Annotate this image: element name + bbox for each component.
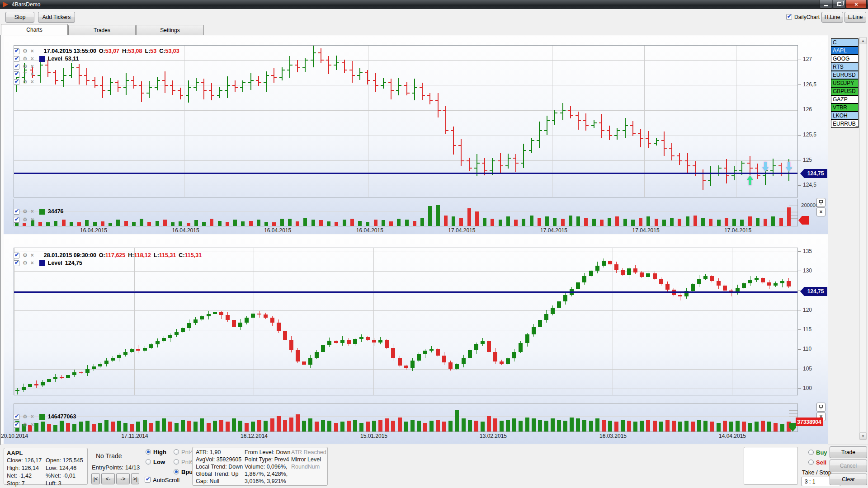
- stop-button[interactable]: Stop: [5, 12, 34, 23]
- series-remove-icon[interactable]: ×: [31, 422, 34, 427]
- series-settings-icon[interactable]: ⚙: [23, 414, 28, 419]
- trade-button[interactable]: Trade: [830, 446, 867, 458]
- minimize-button[interactable]: [820, 0, 832, 9]
- volume-chart-top[interactable]: [14, 199, 798, 226]
- series-checkbox[interactable]: [14, 71, 19, 77]
- ohlc-bar: [646, 138, 648, 139]
- candle-body: [557, 301, 561, 308]
- ticker-item-usdjpy[interactable]: USDJPY: [831, 79, 859, 87]
- ohlc-bar: [607, 130, 609, 131]
- series-settings-icon[interactable]: ⚚: [23, 71, 28, 77]
- series-remove-icon[interactable]: ×: [31, 71, 34, 77]
- scroll-down-button[interactable]: ▼: [859, 432, 867, 440]
- radio-pnt6[interactable]: [174, 459, 179, 465]
- ticker-item-lkoh[interactable]: LKOH: [831, 112, 859, 120]
- hline-button[interactable]: H.Line: [821, 12, 843, 23]
- cancel-button[interactable]: Cancel: [830, 460, 867, 472]
- series-settings-icon[interactable]: ⚙: [23, 209, 28, 214]
- series-remove-icon[interactable]: ×: [31, 260, 34, 266]
- series-remove-icon[interactable]: ×: [31, 209, 34, 214]
- series-remove-icon[interactable]: ×: [31, 217, 34, 222]
- ohlc-bar: [349, 70, 352, 70]
- ticker-item-eurrub_[interactable]: EURRUB_: [831, 120, 859, 128]
- series-checkbox[interactable]: [14, 56, 19, 62]
- autoscroll-checkbox[interactable]: [145, 477, 151, 483]
- ohlc-bar: [435, 100, 438, 101]
- ticker-item-vtbr[interactable]: VTBR: [831, 103, 859, 112]
- series-checkbox[interactable]: [14, 217, 19, 223]
- candle-body: [353, 339, 357, 344]
- nav-next-button[interactable]: ->: [116, 473, 130, 484]
- sell-radio[interactable]: [808, 460, 814, 465]
- series-remove-icon[interactable]: ×: [31, 64, 34, 69]
- ticker-scrollbar[interactable]: [859, 37, 867, 440]
- ticker-item-goog[interactable]: GOOG: [831, 55, 859, 63]
- series-settings-icon[interactable]: ⚙: [23, 56, 28, 61]
- buy-radio[interactable]: [808, 450, 814, 455]
- radio-pnt4[interactable]: [174, 449, 179, 455]
- pin-pane-button[interactable]: [816, 403, 826, 412]
- nav-first-button[interactable]: |<: [91, 473, 100, 484]
- series-settings-icon[interactable]: ⚙: [23, 253, 28, 258]
- x-axis-label: 16.04.2015: [75, 227, 112, 234]
- maximize-button[interactable]: [833, 0, 845, 9]
- tab-settings[interactable]: Settings: [136, 25, 204, 35]
- pin-pane-button[interactable]: [816, 198, 826, 207]
- radio-bpu[interactable]: [174, 469, 179, 474]
- close-button[interactable]: ×: [846, 0, 867, 9]
- ticker-item-gazp[interactable]: GAZP: [831, 95, 859, 103]
- ohlc-bar: [336, 62, 339, 63]
- ticker-item-rts[interactable]: RTS: [831, 63, 859, 71]
- scroll-up-button[interactable]: ▲: [859, 37, 867, 44]
- ticker-item-c[interactable]: C: [831, 38, 859, 47]
- series-legend-row: ⚙ × 17.04.2015 13:55:00 O:53,07 H:53,08 …: [14, 48, 179, 54]
- nav-prev-button[interactable]: <-: [101, 473, 115, 484]
- series-checkbox[interactable]: [14, 260, 19, 266]
- series-settings-icon[interactable]: ⚙: [23, 64, 28, 69]
- series-remove-icon[interactable]: ×: [31, 56, 34, 61]
- volume-bar: [452, 216, 455, 226]
- series-settings-icon[interactable]: ⚙: [23, 217, 28, 222]
- series-checkbox[interactable]: [14, 64, 19, 70]
- series-remove-icon[interactable]: ×: [31, 253, 34, 258]
- series-settings-icon[interactable]: ⚙: [23, 422, 28, 427]
- series-settings-icon[interactable]: ⚙: [23, 79, 28, 84]
- ohlc-bar: [22, 77, 24, 78]
- close-pane-button[interactable]: ×: [816, 207, 826, 216]
- radio-low[interactable]: [146, 459, 151, 465]
- ticker-item-eurusd[interactable]: EURUSD: [831, 71, 859, 79]
- series-checkbox[interactable]: [14, 253, 19, 258]
- series-checkbox[interactable]: [14, 414, 19, 420]
- volume-chart-bottom[interactable]: [14, 404, 798, 432]
- series-remove-icon[interactable]: ×: [31, 414, 34, 419]
- tab-charts[interactable]: Charts: [1, 24, 68, 35]
- orders-box[interactable]: [744, 447, 798, 485]
- add-tickers-button[interactable]: Add Tickers: [38, 12, 75, 23]
- series-remove-icon[interactable]: ×: [31, 48, 34, 54]
- title-bar[interactable]: 4BarsDemo ×: [0, 0, 868, 9]
- lline-button[interactable]: L.Line: [844, 12, 866, 23]
- price-chart-top[interactable]: [14, 45, 798, 197]
- series-remove-icon[interactable]: ×: [31, 79, 34, 84]
- ticker-item-gbpusd[interactable]: GBPUSD: [831, 87, 859, 95]
- series-checkbox[interactable]: [14, 209, 19, 215]
- ohlc-bar: [547, 120, 550, 121]
- series-settings-icon[interactable]: ⚙: [23, 48, 28, 54]
- series-settings-icon[interactable]: ⚙: [23, 260, 28, 266]
- series-checkbox[interactable]: [14, 48, 19, 54]
- dailychart-checkbox[interactable]: [786, 14, 792, 20]
- clear-button[interactable]: Clear: [830, 474, 867, 485]
- price-chart-bottom[interactable]: [14, 248, 798, 395]
- radio-high[interactable]: [146, 449, 151, 455]
- candle-body: [213, 312, 217, 314]
- ohlc-bar: [524, 150, 526, 151]
- candle-body: [455, 364, 459, 369]
- candle-body: [143, 348, 147, 351]
- series-checkbox[interactable]: [14, 422, 19, 428]
- tab-trades[interactable]: Trades: [68, 25, 136, 35]
- nav-last-button[interactable]: >|: [131, 473, 139, 484]
- series-checkbox[interactable]: [14, 79, 19, 85]
- ohlc-bar: [578, 120, 581, 121]
- ticker-item-aapl[interactable]: AAPL: [831, 47, 859, 55]
- volume-bar: [640, 421, 644, 432]
